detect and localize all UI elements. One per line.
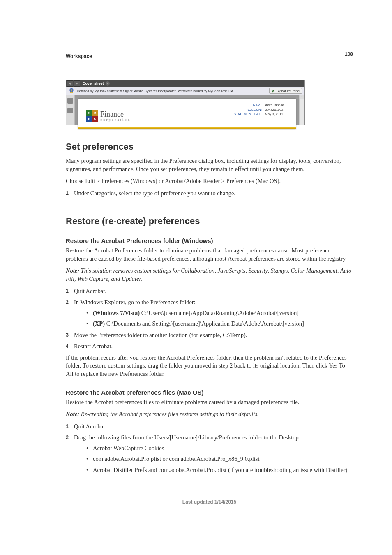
signature-panel-button[interactable]: Signature Panel — [269, 88, 302, 94]
logo-title: Finance — [100, 111, 131, 118]
page-number-box: 108 — [341, 50, 353, 63]
navigation-sidebar — [66, 95, 75, 125]
body-text: Restore the Acrobat Preferences folder t… — [66, 247, 353, 263]
svg-point-1 — [71, 89, 72, 91]
page-number: 108 — [345, 51, 353, 57]
bullet-item: com.adobe.Acrobat.Pro.plist or com.adobe… — [86, 455, 353, 463]
note-body: This solution removes custom settings fo… — [66, 267, 351, 282]
subheading-restore-macos: Restore the Acrobat preferences files (M… — [66, 389, 353, 396]
body-text: Restore the Acrobat preferences files to… — [66, 398, 353, 407]
bullet-item: (XP) C:\Documents and Settings\[username… — [86, 320, 353, 328]
body-text: If the problem recurs after you restore … — [66, 354, 353, 378]
document-page: $¥ €£ Finance corporation NAME:Akira Tan… — [78, 99, 296, 129]
scroll-up-icon[interactable]: ^ — [300, 95, 304, 99]
note: Note: Re-creating the Acrobat preference… — [66, 410, 353, 419]
footer-last-updated: Last updated 1/14/2015 — [66, 499, 353, 505]
nav-next-button[interactable]: ► — [74, 80, 80, 87]
bullet-item: (Windows 7/Vista) C:\Users\[username]\Ap… — [86, 309, 353, 317]
step-item: Under Categories, select the type of pre… — [66, 190, 353, 198]
note-label: Note: — [66, 411, 79, 417]
logo-subtitle: corporation — [100, 118, 131, 122]
nav-prev-button[interactable]: ◄ — [67, 80, 73, 87]
statement-info: NAME:Akira Tanaka ACCOUNT:0543201002 STA… — [234, 103, 288, 129]
section-label: Workspace — [66, 53, 353, 59]
body-text: Many program settings are specified in t… — [66, 157, 353, 173]
signature-panel-label: Signature Panel — [277, 89, 300, 93]
pen-icon — [271, 89, 275, 93]
scrollbar[interactable]: ^ — [299, 95, 304, 125]
subheading-restore-windows: Restore the Acrobat Preferences folder (… — [66, 237, 353, 244]
note: Note: This solution removes custom setti… — [66, 267, 353, 283]
step-item: Move the Preferences folder to another l… — [66, 331, 353, 340]
step-item: In Windows Explorer, go to the Preferenc… — [66, 298, 353, 328]
tab-label: Cover sheet — [83, 81, 104, 86]
heading-set-preferences: Set preferences — [66, 141, 353, 152]
thumbnails-icon[interactable] — [67, 98, 73, 104]
document-tab[interactable]: Cover sheet ✕ — [80, 81, 112, 86]
step-item: Quit Acrobat. — [66, 287, 353, 296]
heading-restore-preferences: Restore (re-create) preferences — [66, 216, 353, 227]
signatures-icon[interactable] — [67, 108, 73, 113]
rosette-icon — [69, 88, 74, 94]
bullet-item: Acrobat WebCapture Cookies — [86, 444, 353, 453]
note-label: Note: — [66, 267, 79, 274]
body-text: Choose Edit > Preferences (Windows) or A… — [66, 177, 353, 185]
step-item: Quit Acrobat. — [66, 423, 353, 431]
certification-bar: Certified by MyBank Statement Signer, Ad… — [66, 87, 304, 95]
document-viewport: $¥ €£ Finance corporation NAME:Akira Tan… — [75, 95, 299, 125]
bullet-item: Acrobat Distiller Prefs and com.adobe.Ac… — [86, 466, 353, 474]
step-item: Drag the following files from the Users/… — [66, 434, 353, 474]
certification-text: Certified by MyBank Statement Signer, Ad… — [77, 89, 234, 93]
close-icon[interactable]: ✕ — [106, 81, 110, 86]
company-logo-icon: $¥ €£ — [86, 110, 98, 122]
step-item: Restart Acrobat. — [66, 342, 353, 351]
tab-bar: ◄ ► Cover sheet ✕ — [66, 80, 304, 87]
figure-screenshot: ◄ ► Cover sheet ✕ Certified by MyBank St… — [66, 80, 305, 125]
note-body: Re-creating the Acrobat preferences file… — [79, 411, 259, 417]
